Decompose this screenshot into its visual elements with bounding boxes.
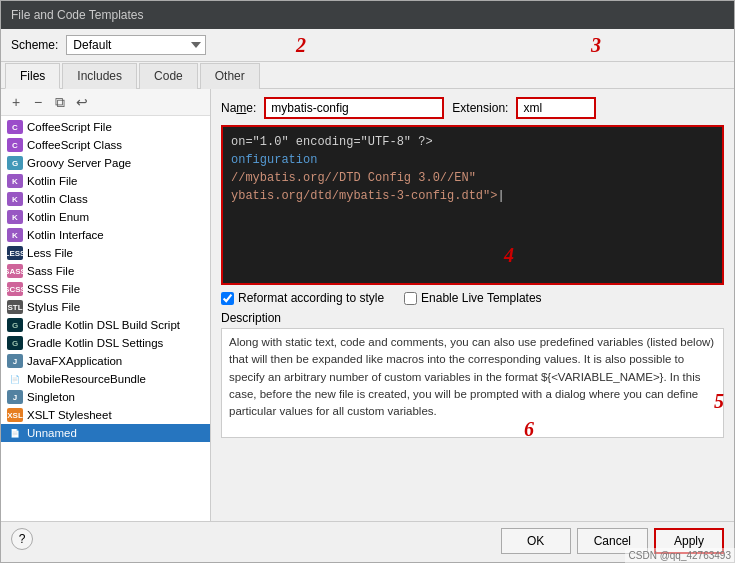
- file-item-label: Groovy Server Page: [27, 157, 131, 169]
- dialog-container: File and Code Templates Scheme: Default …: [0, 0, 735, 563]
- file-item[interactable]: CCoffeeScript Class: [1, 136, 210, 154]
- file-item-label: Singleton: [27, 391, 75, 403]
- less-icon: LESS: [7, 246, 23, 260]
- file-item-label: Gradle Kotlin DSL Build Script: [27, 319, 180, 331]
- file-item-label: XSLT Stylesheet: [27, 409, 112, 421]
- name-label: Name:: [221, 101, 256, 115]
- ok-button[interactable]: OK: [501, 528, 571, 554]
- scheme-row: Scheme: Default Project: [1, 29, 734, 62]
- scheme-select[interactable]: Default Project: [66, 35, 206, 55]
- gradle-icon: G: [7, 336, 23, 350]
- extension-input[interactable]: [516, 97, 596, 119]
- file-item[interactable]: JJavaFXApplication: [1, 352, 210, 370]
- file-item-label: CoffeeScript File: [27, 121, 112, 133]
- reset-button[interactable]: ↩: [72, 92, 92, 112]
- file-item[interactable]: SCSSSCSS File: [1, 280, 210, 298]
- sass-icon: SASS: [7, 264, 23, 278]
- java-icon: J: [7, 390, 23, 404]
- file-item[interactable]: LESSLess File: [1, 244, 210, 262]
- generic-icon: 📄: [7, 372, 23, 386]
- name-ext-row: Name: Extension:: [221, 97, 724, 119]
- file-item-label: CoffeeScript Class: [27, 139, 122, 151]
- file-item-label: Sass File: [27, 265, 74, 277]
- xslt-icon: XSL: [7, 408, 23, 422]
- generic-icon: 📄: [7, 426, 23, 440]
- tab-code[interactable]: Code: [139, 63, 198, 89]
- description-box: Along with static text, code and comment…: [221, 328, 724, 438]
- groovy-icon: G: [7, 156, 23, 170]
- add-button[interactable]: +: [6, 92, 26, 112]
- file-item-label: Kotlin Enum: [27, 211, 89, 223]
- file-item[interactable]: JSingleton: [1, 388, 210, 406]
- reformat-checkbox[interactable]: [221, 292, 234, 305]
- description-section: Description Along with static text, code…: [221, 311, 724, 438]
- file-item[interactable]: GGradle Kotlin DSL Build Script: [1, 316, 210, 334]
- java-icon: J: [7, 354, 23, 368]
- scheme-label: Scheme:: [11, 38, 58, 52]
- file-item[interactable]: STLStylus File: [1, 298, 210, 316]
- file-item[interactable]: SASSSass File: [1, 262, 210, 280]
- file-item-label: SCSS File: [27, 283, 80, 295]
- file-item[interactable]: KKotlin Enum: [1, 208, 210, 226]
- code-editor[interactable]: on="1.0" encoding="UTF-8" ?>onfiguration…: [221, 125, 724, 285]
- extension-label: Extension:: [452, 101, 508, 115]
- file-item-label: Kotlin Interface: [27, 229, 104, 241]
- file-item-label: Unnamed: [27, 427, 77, 439]
- file-item[interactable]: KKotlin Interface: [1, 226, 210, 244]
- file-item[interactable]: GGroovy Server Page: [1, 154, 210, 172]
- options-row: Reformat according to style Enable Live …: [221, 291, 724, 305]
- file-item[interactable]: 📄MobileResourceBundle: [1, 370, 210, 388]
- live-templates-text: Enable Live Templates: [421, 291, 542, 305]
- file-item-label: JavaFXApplication: [27, 355, 122, 367]
- title-bar: File and Code Templates: [1, 1, 734, 29]
- watermark: CSDN @qq_42763493: [625, 548, 735, 563]
- main-content: + − ⧉ ↩ CCoffeeScript FileCCoffeeScript …: [1, 89, 734, 521]
- file-list: CCoffeeScript FileCCoffeeScript ClassGGr…: [1, 116, 210, 521]
- reformat-label[interactable]: Reformat according to style: [221, 291, 384, 305]
- file-item-label: Gradle Kotlin DSL Settings: [27, 337, 163, 349]
- file-item[interactable]: 📄Unnamed: [1, 424, 210, 442]
- file-item-label: Stylus File: [27, 301, 80, 313]
- tab-files[interactable]: Files: [5, 63, 60, 89]
- kotlin-icon: K: [7, 174, 23, 188]
- right-panel: Name: Extension: on="1.0" encoding="UTF-…: [211, 89, 734, 521]
- file-item[interactable]: KKotlin File: [1, 172, 210, 190]
- name-input[interactable]: [264, 97, 444, 119]
- left-toolbar: + − ⧉ ↩: [1, 89, 210, 116]
- gradle-icon: G: [7, 318, 23, 332]
- stylus-icon: STL: [7, 300, 23, 314]
- copy-button[interactable]: ⧉: [50, 92, 70, 112]
- reformat-text: Reformat according to style: [238, 291, 384, 305]
- description-label: Description: [221, 311, 724, 325]
- kotlin-icon: K: [7, 210, 23, 224]
- help-button[interactable]: ?: [11, 528, 33, 550]
- kotlin-icon: K: [7, 192, 23, 206]
- live-templates-label[interactable]: Enable Live Templates: [404, 291, 542, 305]
- file-item[interactable]: CCoffeeScript File: [1, 118, 210, 136]
- remove-button[interactable]: −: [28, 92, 48, 112]
- title-bar-text: File and Code Templates: [11, 8, 144, 22]
- scss-icon: SCSS: [7, 282, 23, 296]
- tab-other[interactable]: Other: [200, 63, 260, 89]
- file-item-label: Kotlin File: [27, 175, 78, 187]
- file-item[interactable]: XSLXSLT Stylesheet: [1, 406, 210, 424]
- live-templates-checkbox[interactable]: [404, 292, 417, 305]
- left-panel: + − ⧉ ↩ CCoffeeScript FileCCoffeeScript …: [1, 89, 211, 521]
- file-item-label: Kotlin Class: [27, 193, 88, 205]
- kotlin-icon: K: [7, 228, 23, 242]
- file-item[interactable]: GGradle Kotlin DSL Settings: [1, 334, 210, 352]
- file-item-label: MobileResourceBundle: [27, 373, 146, 385]
- file-item-label: Less File: [27, 247, 73, 259]
- tab-includes[interactable]: Includes: [62, 63, 137, 89]
- cs-icon: C: [7, 138, 23, 152]
- tabs-row: Files Includes Code Other 2 3: [1, 62, 734, 89]
- file-item[interactable]: KKotlin Class: [1, 190, 210, 208]
- cs-icon: C: [7, 120, 23, 134]
